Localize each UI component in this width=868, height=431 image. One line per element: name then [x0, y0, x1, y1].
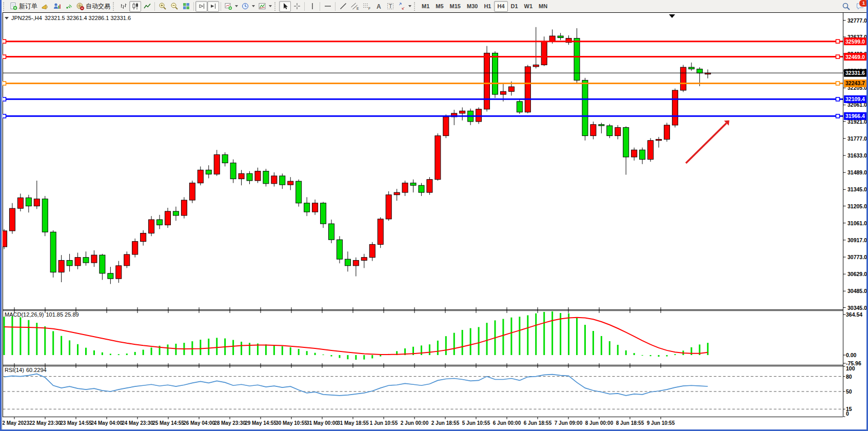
auto-scroll-button[interactable] [195, 1, 207, 12]
candle-body [312, 203, 318, 212]
timeframe-button-M5[interactable]: M5 [432, 1, 446, 12]
candle-body [623, 127, 629, 157]
price-tick-label: 31345.0 [847, 186, 867, 192]
rsi-axis-label: 50 [846, 388, 852, 395]
candle-body [492, 53, 498, 94]
trendline-tool-button[interactable] [337, 1, 349, 12]
candle-body [353, 260, 359, 265]
new-order-button[interactable]: 新订单 [8, 1, 39, 12]
chart-menu-arrow-icon[interactable] [5, 17, 9, 19]
candle-body [549, 36, 555, 41]
autotrading-button[interactable]: 自动交易 [74, 1, 112, 12]
time-label: 25 May 14:55 [152, 420, 184, 426]
toolbar-grip [113, 2, 115, 11]
caret-down-icon [408, 5, 411, 7]
chart-shift-button[interactable] [207, 1, 219, 12]
timeframe-button-M30[interactable]: M30 [464, 1, 481, 12]
timeframe-button-W1[interactable]: W1 [521, 1, 536, 12]
indicators-icon [258, 2, 266, 10]
candle-body [345, 259, 350, 266]
market-watch-button[interactable] [51, 1, 63, 12]
search-icon [842, 2, 851, 11]
bar-chart-button[interactable] [117, 1, 129, 12]
horizontal-line-object[interactable]: 32599.0 [3, 37, 868, 45]
zoom-out-button[interactable] [168, 1, 180, 12]
timeframe-button-MN[interactable]: MN [536, 1, 550, 12]
horizontal-line-object[interactable]: 31966.4 [3, 112, 868, 120]
candle-body [419, 185, 424, 192]
candle-body [108, 273, 113, 279]
candle-body [386, 195, 391, 219]
time-label: 7 Jun 09:00 [555, 420, 583, 426]
channel-tool-button[interactable]: E [349, 1, 361, 12]
shapes-tool-button[interactable] [396, 1, 413, 12]
new-chart-button[interactable] [223, 1, 240, 12]
periods-button[interactable] [240, 1, 257, 12]
candle-body [574, 38, 580, 81]
chart-shift-marker-icon [669, 14, 675, 18]
horizontal-line-object[interactable]: 32109.4 [3, 95, 868, 103]
candle-body [67, 260, 72, 265]
candle-body [149, 220, 154, 233]
notifications-button[interactable]: 1 [854, 1, 866, 12]
line-chart-icon [143, 2, 151, 10]
candle-body [214, 154, 220, 174]
new-order-label: 新订单 [19, 2, 37, 11]
price-tick-label: 31777.0 [847, 135, 867, 142]
price-tick-label: 30485.0 [847, 288, 867, 294]
timeframe-button-H4[interactable]: H4 [494, 1, 507, 12]
cursor-tool-button[interactable] [279, 1, 291, 12]
time-label: 24 May 23:30 [122, 420, 153, 426]
text-tool-button[interactable]: A [372, 1, 384, 12]
horizontal-line-object[interactable]: 32469.0 [3, 53, 868, 61]
zoom-in-button[interactable] [156, 1, 168, 12]
candle-body [590, 125, 596, 136]
timeframe-button-M1[interactable]: M1 [419, 1, 432, 12]
candle-body [141, 233, 146, 241]
arrow-shaft [686, 123, 726, 163]
market-watch-icon [53, 2, 61, 10]
candle-body [500, 91, 506, 94]
line-handle [3, 55, 6, 58]
rsi-indicator-label: RSI(14)60.2294 [5, 367, 49, 373]
chart-title: JPN225-,H4 32321.5 32361.4 32286.1 32331… [5, 15, 131, 21]
candle-body [296, 181, 302, 203]
candle-body [83, 258, 89, 263]
megaphone-icon [41, 2, 49, 10]
alert-button[interactable] [39, 1, 51, 12]
tile-windows-button[interactable] [180, 1, 192, 12]
rsi-name: RSI(14) [5, 367, 24, 373]
chart-shift-icon [209, 2, 218, 10]
price-tick-label: 31633.0 [847, 152, 867, 159]
current-price-label: 32331.6 [845, 70, 865, 76]
line-chart-button[interactable] [141, 1, 153, 12]
label-tool-button[interactable]: T [384, 1, 396, 12]
new-chart-icon [224, 2, 232, 10]
window-border [0, 0, 2, 431]
timeframe-button-M15[interactable]: M15 [447, 1, 464, 12]
signals-button[interactable] [63, 1, 74, 12]
time-label: 5 Jun 10:55 [462, 420, 490, 426]
candle-body [206, 170, 211, 174]
arrow-object[interactable] [686, 120, 729, 163]
crosshair-tool-button[interactable] [291, 1, 303, 12]
candle-body [17, 198, 23, 208]
line-handle [836, 55, 840, 58]
horizontal-line-object[interactable]: 32243.7 [3, 80, 868, 87]
rsi-axis-label: 80 [846, 374, 852, 380]
timeframe-button-H1[interactable]: H1 [481, 1, 494, 12]
candlestick-chart-button[interactable] [129, 1, 141, 12]
search-button[interactable] [840, 1, 852, 12]
time-label: 2 Jun 00:00 [401, 420, 429, 426]
candlestick-series [2, 27, 711, 284]
vertical-line-tool-button[interactable] [306, 1, 318, 12]
candle-body [280, 176, 285, 185]
horizontal-line-tool-button[interactable] [322, 1, 333, 12]
timeframe-button-D1[interactable]: D1 [508, 1, 521, 12]
indicators-button[interactable] [257, 1, 273, 12]
candle-body [304, 203, 310, 212]
fibonacci-tool-button[interactable]: F [361, 1, 372, 12]
toolbar-separator [154, 2, 155, 11]
rsi-axis-label: 0 [846, 410, 849, 417]
price-line-label: 31966.4 [845, 113, 865, 119]
